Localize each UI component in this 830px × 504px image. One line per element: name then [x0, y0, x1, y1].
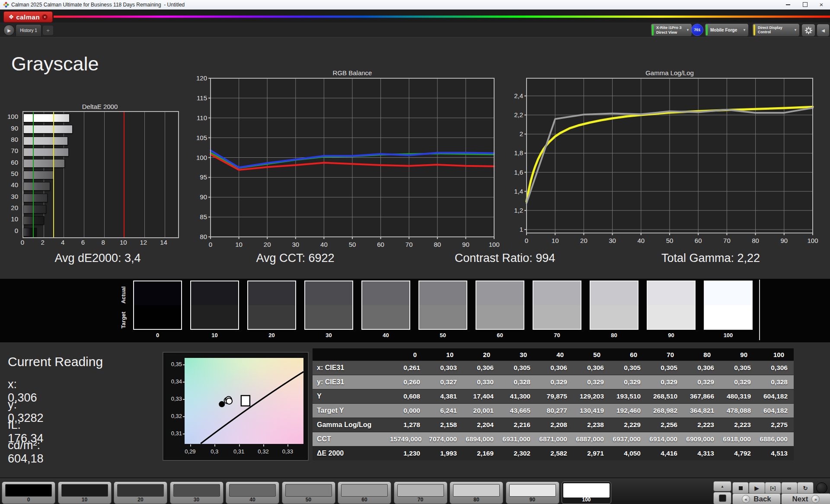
next-button[interactable]: Next» — [781, 493, 830, 504]
pattern-button-40[interactable]: 40 — [226, 482, 279, 504]
pattern-button-80[interactable]: 80 — [450, 482, 503, 504]
pattern-button-20[interactable]: 20 — [114, 482, 167, 504]
pattern-button-50[interactable]: 50 — [282, 482, 335, 504]
refresh-button[interactable]: ↻ — [797, 482, 814, 494]
interval-button[interactable]: [+] — [765, 482, 781, 494]
stop-icon — [739, 486, 743, 490]
table-cell: 2,158 — [426, 418, 463, 432]
x-tick-label: 70 — [405, 241, 413, 248]
table-cell: 6886,000 — [757, 432, 794, 447]
stop-button[interactable] — [732, 482, 749, 494]
table-row: CCT15749,0007074,0006894,0006931,0006871… — [313, 432, 794, 447]
meter-mode: Direct View — [656, 30, 685, 35]
table-cell: 4,313 — [683, 447, 720, 461]
table-column-header-90: 90 — [720, 348, 757, 361]
pattern-swatch-30 — [173, 484, 220, 497]
continuous-button[interactable]: ∞ — [781, 482, 798, 494]
table-cell: 2,256 — [647, 418, 683, 432]
cie-x-tick — [263, 444, 264, 447]
pattern-button-label: 20 — [114, 497, 167, 503]
deltae-x-tick-label: 4 — [57, 239, 68, 246]
table-cell: 0,329 — [720, 375, 757, 389]
calman-logo-text: calman — [16, 13, 40, 21]
pattern-button-90[interactable]: 90 — [506, 482, 559, 504]
collapse-panel-button[interactable]: ◀ — [817, 24, 830, 37]
deltae-y-tick-label: 20 — [11, 204, 18, 211]
table-cell: 604,182 — [757, 404, 794, 418]
gridline — [165, 112, 165, 237]
summary-avg-de2000: Avg dE2000: 3,4 — [54, 252, 140, 265]
collapse-tray-button[interactable]: ▲ — [713, 481, 731, 491]
table-cell: 193,510 — [610, 389, 647, 404]
calman-menu-button[interactable]: ❖ calman ▼ — [3, 11, 53, 22]
meter-dropdown[interactable]: X-Rite i1Pro 3 Direct View ▼ — [651, 23, 692, 37]
pattern-button-label: 70 — [394, 497, 447, 503]
table-cell: 4,416 — [647, 447, 683, 461]
cie-point-measured-history — [219, 402, 224, 407]
table-cell: 478,088 — [720, 404, 757, 418]
gear-icon — [805, 27, 812, 34]
table-column-header-0: 0 — [389, 348, 426, 361]
pattern-button-0[interactable]: 0 — [2, 482, 55, 504]
table-column-header-10: 10 — [426, 348, 463, 361]
table-row-label: y: CIE31 — [313, 375, 389, 389]
add-tab-button[interactable]: + — [42, 25, 54, 35]
source-dropdown[interactable]: Mobile Forge ▼ — [705, 23, 749, 37]
table-column-header-80: 80 — [683, 348, 720, 361]
history-scroll-button[interactable]: ▶ — [3, 25, 15, 36]
summary-avg-cct: Avg CCT: 6922 — [256, 252, 334, 265]
y-tick-label: 85 — [200, 213, 207, 220]
swatch-label-50: 50 — [418, 332, 467, 338]
table-row-label: ΔE 2000 — [313, 447, 389, 461]
swatch-actual-100 — [705, 281, 752, 305]
cie-y-tick — [183, 416, 185, 417]
meter-count-badge: 701 — [691, 24, 703, 36]
pattern-button-30[interactable]: 30 — [170, 482, 223, 504]
table-cell: 6887,000 — [573, 432, 610, 447]
minimize-button[interactable] — [779, 0, 798, 9]
pattern-button-60[interactable]: 60 — [338, 482, 391, 504]
chevron-down-icon: ▼ — [794, 28, 799, 32]
deltae-y-tick-label: 0 — [15, 227, 18, 234]
table-cell: 41,300 — [500, 389, 536, 404]
back-button[interactable]: «Back — [732, 493, 781, 504]
y-tick-label: 110 — [197, 114, 207, 121]
pattern-button-100[interactable]: 100 — [562, 482, 611, 504]
table-cell: 604,182 — [757, 389, 794, 404]
table-cell: 17,404 — [463, 389, 500, 404]
play-button[interactable]: ▶ — [749, 482, 765, 494]
chevron-down-icon: ▼ — [42, 14, 48, 20]
table-cell: 80,277 — [536, 404, 573, 418]
pattern-button-label: 0 — [2, 497, 55, 503]
table-column-header-40: 40 — [536, 348, 573, 361]
table-cell: 129,203 — [573, 389, 610, 404]
pattern-button-label: 80 — [450, 497, 503, 503]
y-tick-label: 1,4 — [514, 188, 523, 195]
deltae-bar-90 — [23, 125, 73, 134]
settings-button[interactable] — [801, 24, 815, 37]
y-tick-label: 90 — [200, 193, 207, 201]
pattern-button-10[interactable]: 10 — [58, 482, 112, 504]
table-cell: 6931,000 — [500, 432, 536, 447]
close-icon: × — [820, 1, 824, 8]
table-row-label: Target Y — [313, 404, 389, 418]
x-tick-label: 90 — [780, 237, 788, 244]
swatch-actual-0 — [134, 281, 181, 305]
calman-window: Calman 2025 Calman Ultimate for Business… — [0, 0, 830, 504]
target-row-label: Target — [120, 312, 127, 329]
deltae-x-tick-label: 6 — [78, 239, 88, 246]
y-tick-label: 2,2 — [514, 111, 523, 118]
table-cell: 0,306 — [536, 361, 573, 375]
pattern-button-70[interactable]: 70 — [394, 482, 447, 504]
pattern-window-button[interactable] — [713, 492, 731, 504]
cie-y-tick-label: 0,32 — [165, 413, 182, 419]
y-tick-label: 1,8 — [514, 149, 523, 156]
tab-history-1[interactable]: History 1 — [16, 24, 42, 36]
close-button[interactable]: × — [812, 0, 830, 9]
swatch-target-20 — [248, 305, 295, 329]
cie-x-tick-label: 0,31 — [230, 448, 248, 455]
x-tick-label: 40 — [637, 237, 645, 244]
table-cell: 4,381 — [426, 389, 463, 404]
table-cell: 480,319 — [720, 389, 757, 404]
display-control-dropdown[interactable]: Direct Display Control ▼ — [752, 23, 800, 37]
